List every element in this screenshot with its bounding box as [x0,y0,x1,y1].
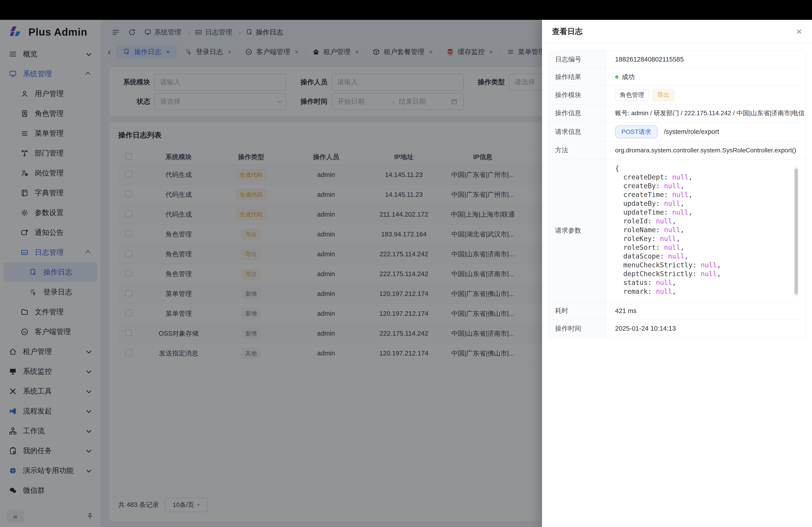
indent-guide [627,177,627,296]
request-url: /system/role/export [664,128,719,135]
field-label: 请求信息 [548,122,606,141]
field-label: 耗时 [548,302,606,320]
field-row: 操作信息 账号: admin / 研发部门 / 222.175.114.242 … [548,105,806,122]
module-action-tag: 导出 [653,89,674,101]
field-row: 耗时 421 ms [548,302,806,320]
json-line: createBy: null, [615,181,800,190]
success-dot-icon [615,75,619,79]
operation-time-value: 2025-01-24 10:14:13 [606,320,806,337]
view-log-drawer: 查看日志 × 日志编号 1882612840802115585 操作结果 成功 … [542,20,812,527]
log-id-value: 1882612840802115585 [606,51,806,68]
drawer-title: 查看日志 [552,26,583,37]
field-label: 请求参数 [548,160,606,302]
app-window: Plus Admin 概览 系统管理 用户管理 [0,20,812,527]
field-label: 操作模块 [548,86,606,104]
screenshot-letterbox: Plus Admin 概览 系统管理 用户管理 [0,0,812,527]
close-icon[interactable]: × [796,27,802,36]
request-params-json[interactable]: { createDept: null, createBy: null, crea… [615,163,800,299]
field-label: 操作结果 [548,68,606,86]
json-line: dataScope: null, [615,252,800,260]
field-row: 日志编号 1882612840802115585 [548,51,806,68]
json-line: createDept: null, [615,173,800,181]
json-line: createTime: null, [615,190,800,199]
field-row: 请求信息 POST请求 /system/role/export [548,122,806,142]
json-line: remark: null, [615,287,800,296]
json-line: roleKey: null, [615,234,800,243]
field-label: 日志编号 [548,51,606,68]
json-line: updateTime: null, [615,208,800,216]
json-line: status: null, [615,278,800,287]
drawer-header: 查看日志 × [542,20,812,43]
modal-mask[interactable] [0,20,542,527]
json-line: roleName: null, [615,225,800,234]
json-line: menuCheckStrictly: null, [615,260,800,269]
json-line: deptCheckStrictly: null, [615,269,800,278]
field-row: 操作时间 2025-01-24 10:14:13 [548,320,806,337]
result-value: 成功 [622,73,635,81]
method-value: org.dromara.system.controller.system.Sys… [606,142,806,159]
field-row-params: 请求参数 { createDept: null, createBy: null, [548,160,806,302]
json-open-brace: { [615,164,800,173]
scrollbar-thumb[interactable] [794,168,798,295]
scrollbar-track[interactable] [794,165,798,297]
field-label: 方法 [548,142,606,159]
operation-info-value: 账号: admin / 研发部门 / 222.175.114.242 / 中国|… [606,105,806,122]
drawer-body: 日志编号 1882612840802115585 操作结果 成功 操作模块 角色… [542,43,812,345]
json-line: updateBy: null, [615,199,800,208]
log-detail-table: 日志编号 1882612840802115585 操作结果 成功 操作模块 角色… [548,50,806,338]
field-row: 操作模块 角色管理 导出 [548,86,806,105]
module-tag: 角色管理 [615,89,649,101]
field-row: 方法 org.dromara.system.controller.system.… [548,142,806,160]
field-label: 操作信息 [548,105,606,122]
http-method-tag: POST请求 [615,125,657,138]
duration-value: 421 ms [606,302,806,320]
json-line: roleSort: null, [615,243,800,252]
field-label: 操作时间 [548,320,606,337]
field-row: 操作结果 成功 [548,68,806,86]
json-line: roleId: null, [615,216,800,225]
